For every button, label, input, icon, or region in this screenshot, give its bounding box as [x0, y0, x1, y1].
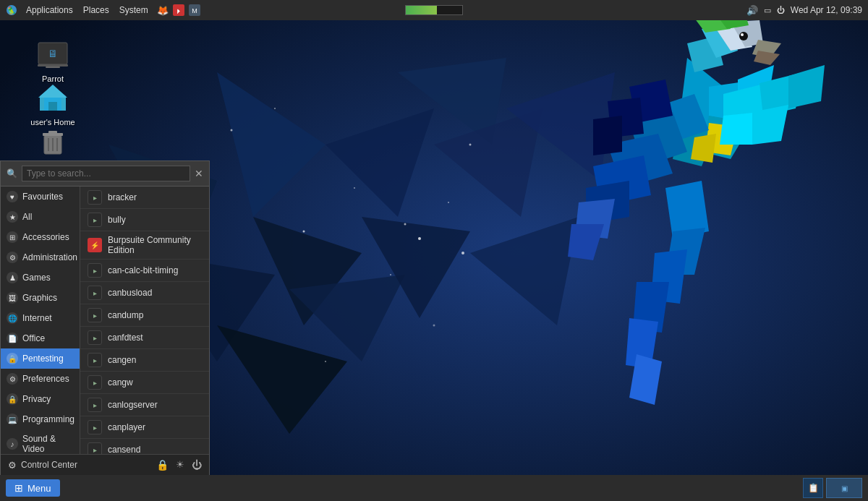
- app-item[interactable]: ▸cansend: [80, 439, 209, 454]
- app-icon: ▸: [88, 420, 102, 434]
- svg-point-19: [390, 274, 391, 275]
- svg-point-59: [741, 33, 744, 36]
- app-item[interactable]: ▸cangen: [80, 349, 209, 372]
- category-icon: 🔒: [7, 393, 18, 405]
- search-icon: 🔍: [7, 168, 17, 179]
- category-label: Internet: [22, 313, 52, 323]
- app-label: canlogserver: [108, 400, 158, 410]
- menu-button-label: Menu: [27, 483, 51, 494]
- bottom-icon-2[interactable]: ▣: [826, 478, 862, 498]
- control-center-bar: ⚙ Control Center 🔒 ☀ ⏻: [1, 454, 209, 475]
- category-label: Games: [22, 273, 51, 283]
- category-label: Graphics: [22, 293, 57, 303]
- svg-rect-77: [48, 102, 57, 111]
- app-item[interactable]: ▸bracker: [80, 187, 209, 209]
- progress-bar: [405, 5, 463, 15]
- category-label: Preferences: [22, 374, 69, 384]
- applications-menu[interactable]: Applications: [22, 4, 77, 17]
- menu-body: ♥Favourites★All⊞Accessories⚙Administrati…: [1, 187, 209, 454]
- app-item[interactable]: ▸canbusload: [80, 282, 209, 304]
- category-item-internet[interactable]: 🌐Internet: [1, 308, 80, 328]
- home-folder-icon: [35, 80, 70, 115]
- app-icon: ▸: [88, 213, 102, 227]
- category-item-pentesting[interactable]: 🔒Pentesting: [1, 348, 80, 369]
- app-item[interactable]: ▸cangw: [80, 372, 209, 394]
- svg-text:🖥: 🖥: [48, 48, 58, 59]
- category-label: Accessories: [22, 232, 69, 242]
- application-menu: 🔍 ✕ ♥Favourites★All⊞Accessories⚙Administ…: [0, 160, 210, 475]
- parrot-logo-icon[interactable]: 🦜: [6, 4, 17, 16]
- display-icon[interactable]: ▭: [764, 6, 771, 15]
- category-icon: 🌐: [7, 312, 18, 324]
- search-input[interactable]: [22, 166, 190, 181]
- places-menu[interactable]: Places: [79, 4, 114, 17]
- category-label: Favourites: [22, 192, 63, 202]
- category-item-office[interactable]: 📄Office: [1, 328, 80, 348]
- app-item[interactable]: ▸candump: [80, 304, 209, 327]
- app-item[interactable]: ▸bully: [80, 209, 209, 231]
- category-item-programming[interactable]: 💻Programming: [1, 409, 80, 429]
- app-icon: ▸: [88, 330, 102, 345]
- app-icon: ▸: [88, 190, 102, 205]
- trash-icon: [35, 124, 70, 158]
- system-menu[interactable]: System: [115, 4, 153, 17]
- menu-button[interactable]: ⊞ Menu: [6, 479, 60, 497]
- svg-marker-34: [691, 134, 716, 163]
- app-label: cansend: [108, 445, 140, 454]
- control-icons: 🔒 ☀ ⏻: [156, 459, 202, 471]
- taskbar-menu: Applications Places System: [22, 4, 153, 17]
- firefox-icon[interactable]: 🦊: [157, 4, 169, 16]
- category-item-privacy[interactable]: 🔒Privacy: [1, 389, 80, 409]
- power-icon[interactable]: ⏻: [777, 6, 785, 14]
- svg-text:⏵: ⏵: [175, 7, 182, 14]
- category-item-graphics[interactable]: 🖼Graphics: [1, 288, 80, 308]
- category-icon: ♟: [7, 272, 18, 283]
- control-center-item[interactable]: ⚙ Control Center: [8, 460, 77, 471]
- category-icon: ⚙: [7, 373, 18, 385]
- brightness-icon[interactable]: ☀: [176, 459, 184, 471]
- app-label: Burpsuite Community Edition: [108, 235, 202, 255]
- category-icon: ★: [7, 211, 18, 223]
- volume-icon[interactable]: 🔊: [746, 5, 758, 16]
- app-item[interactable]: ▸canlogserver: [80, 394, 209, 416]
- category-item-all[interactable]: ★All: [1, 207, 80, 227]
- category-icon: ♥: [7, 191, 18, 202]
- category-icon: ⊞: [7, 231, 18, 243]
- bottom-icon-1[interactable]: 📋: [803, 478, 823, 498]
- svg-point-60: [418, 237, 421, 240]
- svg-rect-71: [38, 64, 68, 67]
- bottom-right-area: 📋 ▣: [803, 478, 862, 498]
- app-item[interactable]: ▸can-calc-bit-timing: [80, 260, 209, 282]
- svg-point-15: [354, 187, 355, 189]
- category-icon: 📄: [7, 333, 18, 344]
- app-label: canbusload: [108, 288, 152, 298]
- category-item-administration[interactable]: ⚙Administration: [1, 247, 80, 267]
- shutdown-icon[interactable]: ⏻: [192, 459, 202, 471]
- svg-rect-80: [48, 131, 57, 134]
- category-item-accessories[interactable]: ⊞Accessories: [1, 227, 80, 247]
- category-icon: 🔒: [7, 353, 18, 364]
- search-close-button[interactable]: ✕: [195, 168, 203, 179]
- app-item[interactable]: ▸canplayer: [80, 416, 209, 439]
- menu-grid-icon: ⊞: [14, 482, 23, 494]
- svg-text:🦜: 🦜: [7, 6, 17, 15]
- category-item-favourites[interactable]: ♥Favourites: [1, 187, 80, 207]
- app-icon: ▸: [88, 442, 102, 454]
- progress-fill: [406, 6, 437, 14]
- category-label: Programming: [22, 414, 75, 424]
- app-item[interactable]: ▸canfdtest: [80, 327, 209, 349]
- taskbar-center: [405, 5, 463, 15]
- app-label: canplayer: [108, 422, 145, 432]
- category-item-sound-&-video[interactable]: ♪Sound & Video: [1, 429, 80, 454]
- lock-icon[interactable]: 🔒: [156, 459, 169, 471]
- browser2-icon[interactable]: ⏵: [173, 4, 184, 16]
- category-icon: ♪: [7, 438, 18, 450]
- app-item[interactable]: ⚡Burpsuite Community Edition: [80, 231, 209, 260]
- category-item-games[interactable]: ♟Games: [1, 267, 80, 288]
- tool3-icon[interactable]: M: [189, 4, 200, 16]
- control-center-label: Control Center: [21, 460, 77, 470]
- svg-point-16: [303, 231, 305, 233]
- category-item-preferences[interactable]: ⚙Preferences: [1, 369, 80, 389]
- app-icon: ⚡: [88, 238, 102, 252]
- bottom-taskbar: ⊞ Menu 📋 ▣: [0, 475, 868, 501]
